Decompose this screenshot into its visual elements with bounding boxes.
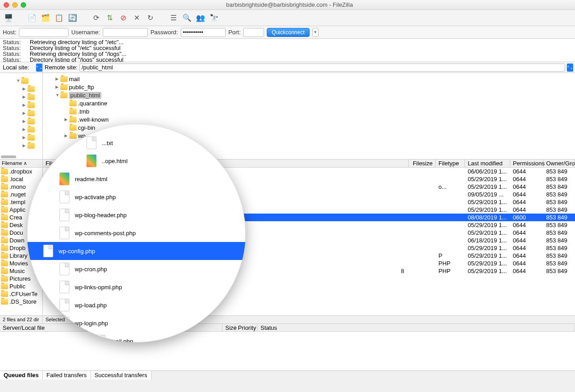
folder-icon xyxy=(1,245,8,251)
magnified-file-row[interactable]: wp-cron.php xyxy=(43,260,229,278)
file-icon xyxy=(43,245,53,257)
local-file-row[interactable]: .DS_Store xyxy=(0,298,42,305)
tree-item-label: .well-known xyxy=(78,116,109,123)
tree-item[interactable]: .quarantine xyxy=(46,99,571,107)
folder-icon xyxy=(69,125,77,131)
search-icon[interactable]: 🔍 xyxy=(182,13,192,23)
folder-icon xyxy=(1,230,8,236)
magnifier-overlay: ...txt..ope.htmlreadme.htmlwp-activate.p… xyxy=(27,124,246,342)
col-modified[interactable]: Last modified xyxy=(465,160,510,167)
host-label: Host: xyxy=(3,29,16,36)
tree-item[interactable]: .tmb xyxy=(46,107,571,115)
process-queue-icon[interactable]: ⟳ xyxy=(91,13,101,23)
tree-item[interactable]: ▶.well-known xyxy=(46,115,571,123)
col-permissions[interactable]: Permissions xyxy=(510,160,543,167)
file-name: wp-config.php xyxy=(59,248,95,255)
folder-icon xyxy=(1,260,8,266)
minimize-window-button[interactable] xyxy=(12,2,18,8)
file-name: wp-login.php xyxy=(75,320,108,327)
tree-item-label: .tmb xyxy=(78,108,89,115)
maximize-window-button[interactable] xyxy=(21,2,26,8)
file-icon xyxy=(59,227,69,239)
toggle-tree-icon[interactable]: 🗂️ xyxy=(41,13,50,23)
quickconnect-button[interactable]: Quickconnect xyxy=(267,28,310,37)
magnified-file-row[interactable]: wp-blog-header.php xyxy=(43,206,229,224)
folder-icon xyxy=(1,291,8,297)
col-filetype[interactable]: Filetype xyxy=(436,160,465,167)
site-bar: Local site: ⌃⌄ Remote site: ⌃⌄ xyxy=(0,62,575,73)
file-name: readme.html xyxy=(75,176,107,182)
magnified-file-row[interactable]: wp-comments-post.php xyxy=(43,224,229,242)
folder-icon xyxy=(1,191,8,197)
folder-icon xyxy=(1,199,8,205)
tree-item[interactable]: ▶mail xyxy=(46,75,571,83)
col-status[interactable]: Status xyxy=(258,324,575,331)
magnified-file-row[interactable]: readme.html xyxy=(43,170,229,188)
cancel-icon[interactable]: ⊘ xyxy=(118,13,128,23)
file-name: Library xyxy=(9,252,27,259)
main-toolbar: 🖥️ 📄 🗂️ 📋 🔄 ⟳ ⇅ ⊘ ✕ ↻ ☰ 🔍 👥 🔭 xyxy=(0,10,575,26)
refresh-icon[interactable]: 🔄 xyxy=(68,13,78,23)
remote-site-dropdown[interactable]: ⌃⌄ xyxy=(567,64,573,72)
remote-site-label: Remote site: xyxy=(45,64,78,71)
file-name: .CFUserTe xyxy=(9,291,37,297)
compare-icon[interactable]: 👥 xyxy=(196,13,205,23)
tree-item[interactable]: ▼public_html xyxy=(46,91,571,99)
close-window-button[interactable] xyxy=(4,2,9,8)
local-site-dropdown[interactable]: ⌃⌄ xyxy=(36,64,42,72)
password-input[interactable] xyxy=(181,28,226,37)
folder-icon xyxy=(60,84,68,90)
folder-icon xyxy=(1,222,8,228)
local-list-header[interactable]: Filename ∧ xyxy=(0,160,42,168)
tree-item-label: mail xyxy=(69,76,80,82)
file-name: .mono xyxy=(9,183,26,190)
folder-icon xyxy=(1,237,8,243)
magnified-file-row[interactable]: wp-activate.php xyxy=(43,188,229,206)
col-owner[interactable]: Owner/Group xyxy=(543,160,575,167)
file-icon xyxy=(59,281,69,293)
username-input[interactable] xyxy=(103,28,148,37)
folder-icon xyxy=(69,100,77,106)
tab-failed[interactable]: Failed transfers xyxy=(43,371,91,379)
file-name: .local xyxy=(9,176,23,182)
col-priority[interactable]: Priority xyxy=(235,324,258,331)
col-filesize[interactable]: Filesize xyxy=(409,160,436,167)
local-site-label: Local site: xyxy=(3,64,29,71)
status-message: Directory listing of "/logs" successful xyxy=(30,57,123,62)
remote-site-input[interactable] xyxy=(79,64,565,72)
sync-browse-icon[interactable]: 🔭 xyxy=(209,13,219,23)
quickconnect-dropdown[interactable]: ▼ xyxy=(312,28,319,37)
filter-icon[interactable]: ☰ xyxy=(169,13,178,23)
file-name: Applic xyxy=(9,206,25,213)
local-tree[interactable]: ▼ ▶ ▶ ▶ ▶ ▶ ▶ ▶ ▶ xyxy=(0,73,42,160)
host-input[interactable] xyxy=(19,28,68,37)
local-file-row[interactable]: Public xyxy=(0,283,42,290)
local-file-row[interactable]: .local xyxy=(0,175,42,183)
local-file-row[interactable]: .CFUserTe xyxy=(0,290,42,298)
magnified-file-row[interactable]: ..ope.html xyxy=(43,152,229,170)
folder-icon xyxy=(69,109,77,114)
folder-icon xyxy=(1,253,8,259)
magnified-file-row[interactable]: wp-links-opml.php xyxy=(43,278,229,296)
tab-queued[interactable]: Queued files xyxy=(0,371,43,379)
toggle-log-icon[interactable]: 📄 xyxy=(27,13,37,23)
site-manager-icon[interactable]: 🖥️ xyxy=(4,13,14,23)
folder-icon xyxy=(1,169,8,174)
tab-success[interactable]: Successful transfers xyxy=(91,371,151,379)
local-file-row[interactable]: .dropbox xyxy=(0,168,42,175)
toggle-transfer-icon[interactable]: ⇅ xyxy=(105,13,114,23)
magnified-file-row[interactable]: wp-config.php xyxy=(27,242,246,260)
folder-icon xyxy=(1,268,8,274)
file-name: .templ xyxy=(9,199,25,205)
reconnect-icon[interactable]: ↻ xyxy=(145,13,155,23)
magnified-file-row[interactable]: wp-load.php xyxy=(43,296,229,314)
file-name: wp-comments-post.php xyxy=(75,230,136,237)
toggle-queue-icon[interactable]: 📋 xyxy=(54,13,64,23)
file-name: wp-load.php xyxy=(75,302,107,309)
col-size[interactable]: Size xyxy=(223,324,235,331)
disconnect-icon[interactable]: ✕ xyxy=(132,13,141,23)
port-input[interactable] xyxy=(243,28,264,37)
tree-item[interactable]: ▶public_ftp xyxy=(46,83,571,91)
local-tree-scrollbar[interactable] xyxy=(1,155,16,158)
file-name: .dropbox xyxy=(9,168,32,175)
